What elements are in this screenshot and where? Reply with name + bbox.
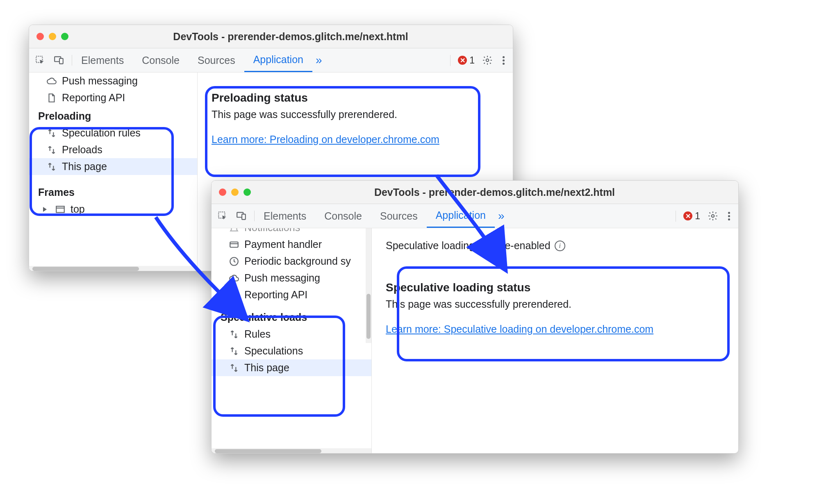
- sidebar: Push messaging Reporting API Preloading …: [29, 73, 198, 271]
- learn-more-link[interactable]: Learn more: Preloading on developer.chro…: [212, 134, 439, 145]
- error-count: 1: [469, 55, 475, 66]
- clock-icon: [229, 256, 239, 267]
- zoom-icon[interactable]: [243, 188, 251, 196]
- sidebar-item-label: Preloads: [62, 144, 102, 156]
- device-toggle-icon[interactable]: [54, 55, 64, 66]
- minimize-icon[interactable]: [231, 188, 239, 196]
- sidebar-item-notifications[interactable]: Notifications: [212, 228, 371, 236]
- tabbar: Elements Console Sources Application » ✕…: [29, 48, 513, 73]
- inspect-element-icon[interactable]: [217, 211, 228, 221]
- sidebar-item-label: Push messaging: [244, 272, 320, 284]
- tab-elements[interactable]: Elements: [255, 204, 315, 228]
- kebab-menu-icon[interactable]: [500, 56, 507, 65]
- sidebar-item-this-page[interactable]: This page: [29, 158, 197, 175]
- info-icon[interactable]: i: [555, 241, 565, 251]
- cloud-icon: [229, 273, 239, 284]
- error-count: 1: [695, 211, 700, 222]
- learn-more-link[interactable]: Learn more: Speculative loading on devel…: [386, 323, 653, 335]
- close-icon[interactable]: [36, 33, 44, 40]
- main-panel: Speculative loading is force-enabled i S…: [372, 228, 738, 454]
- arrows-icon: [229, 346, 239, 356]
- sidebar: Notifications Payment handler Periodic b…: [212, 228, 372, 454]
- sidebar-item-label: This page: [62, 161, 107, 173]
- panel-heading: Preloading status: [212, 91, 499, 104]
- panel-text: This page was successfully prerendered.: [386, 298, 724, 310]
- devtools-window-after: DevTools - prerender-demos.glitch.me/nex…: [211, 180, 739, 454]
- tab-sources[interactable]: Sources: [371, 204, 427, 228]
- sidebar-item-label: Reporting API: [244, 289, 307, 301]
- arrows-icon: [46, 128, 57, 138]
- sidebar-item-label: top: [71, 203, 85, 215]
- panel-text: This page was successfully prerendered.: [212, 109, 499, 120]
- vertical-scrollbar[interactable]: [366, 228, 371, 343]
- sidebar-item-speculation-rules[interactable]: Speculation rules: [29, 125, 197, 141]
- inspect-element-icon[interactable]: [35, 55, 46, 66]
- sidebar-item-reporting-api[interactable]: Reporting API: [29, 89, 197, 106]
- bell-icon: [229, 228, 239, 233]
- sidebar-section-preloading[interactable]: Preloading: [29, 106, 197, 125]
- panel-heading: Speculative loading status: [386, 281, 724, 294]
- more-tabs-icon[interactable]: »: [495, 209, 508, 222]
- horizontal-scrollbar[interactable]: [212, 448, 371, 454]
- sidebar-item-label: Reporting API: [62, 92, 125, 104]
- tabbar: Elements Console Sources Application » ✕…: [212, 204, 738, 228]
- svg-rect-7: [242, 214, 246, 220]
- traffic-lights: [219, 188, 251, 196]
- window-title: DevTools - prerender-demos.glitch.me/nex…: [76, 31, 505, 43]
- device-toggle-icon[interactable]: [236, 211, 247, 221]
- sidebar-item-reporting-api[interactable]: Reporting API: [212, 286, 371, 303]
- zoom-icon[interactable]: [61, 33, 68, 40]
- arrows-icon: [46, 145, 57, 155]
- minimize-icon[interactable]: [49, 33, 56, 40]
- traffic-lights: [36, 33, 68, 40]
- sidebar-item-this-page[interactable]: This page: [212, 359, 371, 376]
- sidebar-item-preloads[interactable]: Preloads: [29, 141, 197, 158]
- svg-rect-4: [56, 206, 64, 212]
- cloud-icon: [46, 76, 57, 86]
- close-icon[interactable]: [219, 188, 226, 196]
- tab-application[interactable]: Application: [427, 204, 495, 228]
- kebab-menu-icon[interactable]: [726, 212, 733, 220]
- sidebar-section-frames[interactable]: Frames: [29, 182, 197, 201]
- file-icon: [229, 290, 239, 300]
- sidebar-item-label: Push messaging: [62, 75, 138, 87]
- caret-icon: [43, 207, 47, 212]
- sidebar-item-label: Speculations: [244, 345, 303, 357]
- file-icon: [46, 93, 57, 103]
- svg-point-3: [486, 59, 489, 62]
- more-tabs-icon[interactable]: »: [312, 54, 325, 67]
- sidebar-item-push-messaging[interactable]: Push messaging: [212, 270, 371, 286]
- sidebar-section-speculative-loads[interactable]: Speculative loads: [212, 307, 371, 326]
- sidebar-item-speculations[interactable]: Speculations: [212, 343, 371, 359]
- gear-icon[interactable]: [708, 211, 718, 221]
- error-icon: ✕: [458, 56, 467, 65]
- arrows-icon: [229, 363, 239, 373]
- error-badge[interactable]: ✕ 1: [683, 211, 700, 222]
- horizontal-scrollbar[interactable]: [29, 266, 197, 271]
- sidebar-item-label: Notifications: [244, 228, 300, 234]
- svg-rect-9: [230, 242, 238, 247]
- tab-console[interactable]: Console: [133, 48, 189, 72]
- titlebar: DevTools - prerender-demos.glitch.me/nex…: [212, 181, 738, 204]
- sidebar-item-payment-handler[interactable]: Payment handler: [212, 236, 371, 253]
- tab-console[interactable]: Console: [315, 204, 371, 228]
- info-text: Speculative loading is force-enabled: [386, 240, 551, 252]
- window-title: DevTools - prerender-demos.glitch.me/nex…: [258, 186, 731, 198]
- error-icon: ✕: [683, 211, 692, 220]
- sidebar-item-push-messaging[interactable]: Push messaging: [29, 73, 197, 89]
- arrows-icon: [229, 329, 239, 340]
- sidebar-item-label: Payment handler: [244, 238, 322, 250]
- error-badge[interactable]: ✕ 1: [458, 55, 475, 66]
- tab-application[interactable]: Application: [244, 48, 312, 72]
- titlebar: DevTools - prerender-demos.glitch.me/nex…: [29, 25, 513, 48]
- sidebar-item-periodic-background-sync[interactable]: Periodic background sy: [212, 253, 371, 270]
- tab-elements[interactable]: Elements: [72, 48, 133, 72]
- sidebar-item-label: Rules: [244, 328, 271, 340]
- sidebar-item-frames-top[interactable]: top: [29, 201, 197, 218]
- tab-sources[interactable]: Sources: [189, 48, 244, 72]
- card-icon: [229, 239, 239, 250]
- svg-rect-2: [59, 59, 63, 64]
- sidebar-item-rules[interactable]: Rules: [212, 326, 371, 343]
- sidebar-item-label: Speculation rules: [62, 127, 141, 139]
- gear-icon[interactable]: [482, 55, 493, 66]
